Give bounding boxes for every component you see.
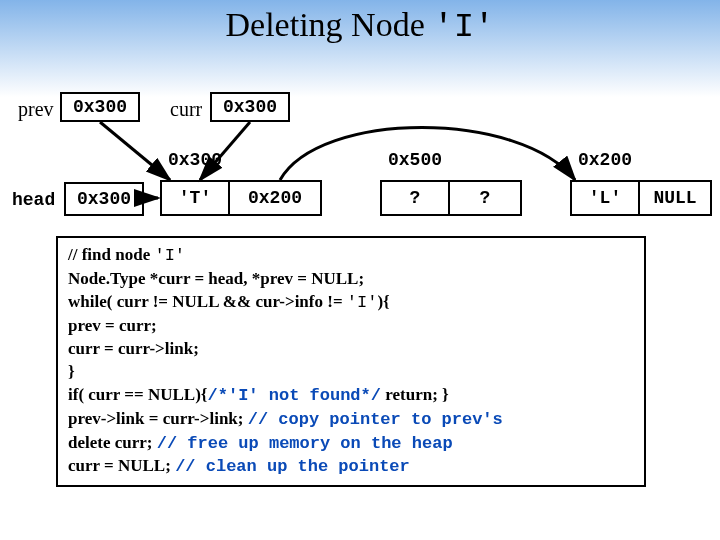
code-line-10: curr = NULL; // clean up the pointer (68, 455, 634, 479)
node-1: 'T' 0x200 (160, 180, 322, 216)
addr-n2: 0x500 (388, 150, 442, 170)
code-line-2: Node.Type *curr = head, *prev = NULL; (68, 268, 634, 291)
node-3-info: 'L' (572, 182, 640, 214)
code-line-3: while( curr != NULL && cur->info != 'I')… (68, 291, 634, 315)
svg-line-0 (100, 122, 170, 180)
addr-n3: 0x200 (578, 150, 632, 170)
code-box: // find node 'I' Node.Type *curr = head,… (56, 236, 646, 487)
head-box: 0x300 (64, 182, 144, 216)
node-3-link: NULL (640, 182, 710, 214)
code-line-6: } (68, 361, 634, 384)
head-label: head (12, 190, 55, 210)
code-line-8: prev->link = curr->link; // copy pointer… (68, 408, 634, 432)
node-1-info: 'T' (162, 182, 230, 214)
node-1-link: 0x200 (230, 182, 320, 214)
prev-label: prev (18, 98, 54, 121)
node-3: 'L' NULL (570, 180, 712, 216)
prev-box: 0x300 (60, 92, 140, 122)
curr-box: 0x300 (210, 92, 290, 122)
code-line-5: curr = curr->link; (68, 338, 634, 361)
curr-label: curr (170, 98, 202, 121)
code-line-1: // find node 'I' (68, 244, 634, 268)
node-2-link: ? (450, 182, 520, 214)
addr-n1: 0x300 (168, 150, 222, 170)
code-line-9: delete curr; // free up memory on the he… (68, 432, 634, 456)
code-line-4: prev = curr; (68, 315, 634, 338)
code-line-7: if( curr == NULL){/*'I' not found*/ retu… (68, 384, 634, 408)
node-2: ? ? (380, 180, 522, 216)
diagram-stage: prev 0x300 curr 0x300 head 0x300 0x300 0… (0, 0, 720, 540)
node-2-info: ? (382, 182, 450, 214)
